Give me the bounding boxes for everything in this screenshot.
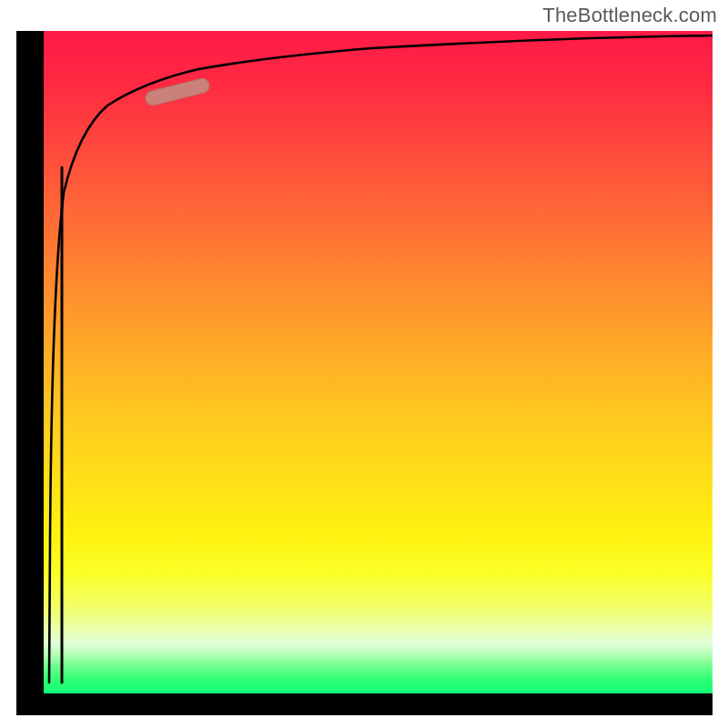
curve-highlight-segment	[144, 77, 211, 107]
plot-frame	[16, 31, 713, 715]
curve-overlay	[44, 31, 713, 693]
svg-rect-0	[144, 77, 211, 107]
plot-gradient-area	[44, 31, 713, 693]
attribution-text: TheBottleneck.com	[542, 4, 717, 27]
chart-stage: TheBottleneck.com	[0, 0, 728, 728]
bottleneck-curve-line	[49, 35, 713, 682]
